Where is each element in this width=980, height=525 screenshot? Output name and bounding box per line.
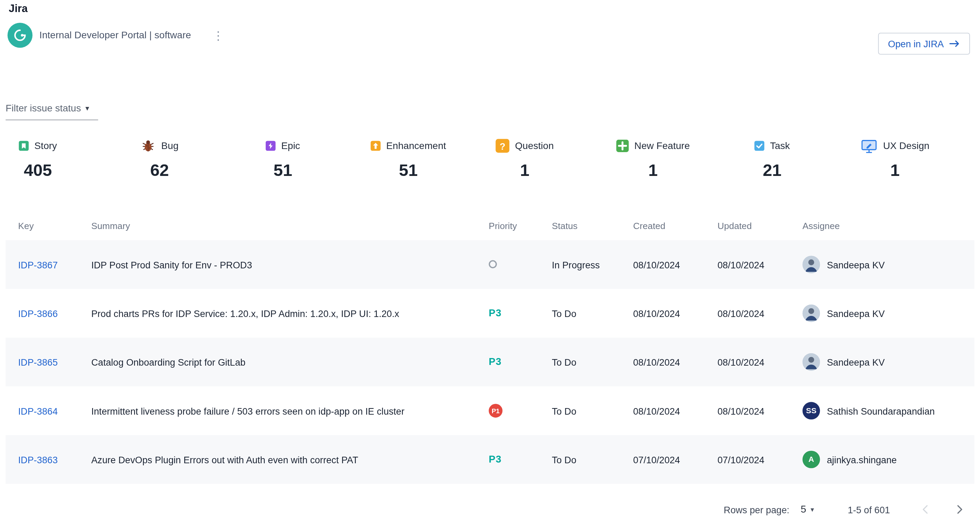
priority-cell: P3 — [488, 356, 552, 368]
page-title: Jira — [9, 3, 980, 15]
rows-per-page-select[interactable]: 5 ▾ — [800, 504, 814, 515]
stat-count: 405 — [24, 161, 52, 180]
chevron-down-icon: ▾ — [811, 505, 814, 514]
stat-count: 1 — [890, 161, 900, 180]
avatar: SS — [803, 402, 820, 419]
col-priority: Priority — [488, 221, 552, 231]
priority-p3-icon: P3 — [488, 356, 501, 367]
priority-cell: P1 — [488, 404, 552, 418]
issue-status: To Do — [552, 454, 633, 465]
kebab-menu-button[interactable]: ⋮ — [208, 27, 228, 44]
issue-created: 08/10/2024 — [633, 357, 718, 367]
new-feature-icon — [616, 140, 629, 152]
assignee-cell: Sandeepa KV — [803, 305, 974, 322]
table-header: Key Summary Priority Status Created Upda… — [6, 211, 974, 240]
issue-key-link[interactable]: IDP-3867 — [18, 259, 91, 270]
priority-p3-icon: P3 — [488, 308, 501, 318]
project-logo-icon — [8, 23, 32, 48]
stat-bug: Bug 62 — [141, 136, 266, 181]
priority-p3-icon: P3 — [488, 454, 501, 465]
issue-updated: 08/10/2024 — [718, 405, 802, 416]
jira-plugin-page: Jira Internal Developer Portal | softwar… — [0, 3, 980, 525]
stat-epic: Epic 51 — [266, 136, 371, 181]
open-in-jira-label: Open in JIRA — [888, 38, 944, 49]
open-in-jira-button[interactable]: Open in JIRA — [878, 33, 970, 54]
next-page-button[interactable] — [950, 500, 969, 519]
pagination-range: 1-5 of 601 — [848, 504, 890, 515]
table-pagination: Rows per page: 5 ▾ 1-5 of 601 — [0, 500, 980, 519]
table-row: IDP-3863 Azure DevOps Plugin Errors out … — [6, 435, 974, 484]
assignee-name: Sathish Soundarapandian — [827, 405, 935, 416]
task-icon — [754, 141, 764, 151]
priority-cell — [488, 259, 552, 270]
issue-key-link[interactable]: IDP-3864 — [18, 405, 91, 416]
stat-label: Task — [770, 140, 790, 151]
col-status: Status — [552, 221, 633, 231]
avatar — [803, 256, 820, 274]
stat-task: Task 21 — [754, 136, 861, 181]
previous-page-button[interactable] — [916, 500, 935, 519]
issue-updated: 08/10/2024 — [718, 259, 802, 270]
stat-label: UX Design — [883, 140, 929, 151]
assignee-name: Sandeepa KV — [827, 308, 885, 319]
priority-medium-icon — [488, 260, 497, 268]
table-row: IDP-3865 Catalog Onboarding Script for G… — [6, 338, 974, 386]
stat-count: 62 — [150, 161, 169, 180]
table-row: IDP-3864 Intermittent liveness probe fai… — [6, 386, 974, 435]
enhancement-icon — [371, 141, 380, 151]
issues-table: Key Summary Priority Status Created Upda… — [6, 211, 974, 484]
issue-created: 08/10/2024 — [633, 405, 718, 416]
avatar — [803, 353, 820, 371]
assignee-name: ajinkya.shingane — [827, 454, 896, 465]
issue-summary: IDP Post Prod Sanity for Env - PROD3 — [91, 259, 488, 270]
issue-updated: 07/10/2024 — [718, 454, 802, 465]
issue-key-link[interactable]: IDP-3866 — [18, 308, 91, 319]
filter-issue-status-dropdown[interactable]: Filter issue status ▾ — [6, 103, 98, 121]
stat-count: 21 — [763, 161, 781, 180]
col-key: Key — [18, 221, 91, 231]
col-updated: Updated — [718, 221, 802, 231]
stat-count: 1 — [520, 161, 529, 180]
issue-updated: 08/10/2024 — [718, 308, 802, 319]
stat-count: 1 — [648, 161, 658, 180]
issue-key-link[interactable]: IDP-3865 — [18, 357, 91, 367]
project-name: Internal Developer Portal | software — [39, 30, 191, 41]
priority-cell: P3 — [488, 454, 552, 465]
assignee-cell: Sandeepa KV — [803, 353, 974, 371]
table-row: IDP-3867 IDP Post Prod Sanity for Env - … — [6, 240, 974, 289]
assignee-name: Sandeepa KV — [827, 259, 885, 270]
issue-summary: Prod charts PRs for IDP Service: 1.20.x,… — [91, 308, 488, 319]
priority-p1-icon: P1 — [488, 404, 503, 418]
col-assignee: Assignee — [803, 221, 974, 231]
issue-created: 08/10/2024 — [633, 308, 718, 319]
issue-created: 07/10/2024 — [633, 454, 718, 465]
stat-question: ? Question 1 — [496, 136, 616, 181]
avatar — [803, 305, 820, 322]
chevron-down-icon: ▾ — [85, 104, 89, 113]
question-icon: ? — [496, 139, 509, 153]
stat-new-feature: New Feature 1 — [616, 136, 754, 181]
arrow-right-icon — [949, 40, 960, 48]
project-header: Internal Developer Portal | software ⋮ — [8, 23, 980, 48]
stat-count: 51 — [399, 161, 418, 180]
stat-story: Story 405 — [19, 136, 140, 181]
story-icon — [19, 141, 29, 151]
assignee-name: Sandeepa KV — [827, 357, 885, 367]
stat-label: Enhancement — [386, 140, 446, 151]
bug-icon — [141, 138, 156, 153]
stat-enhancement: Enhancement 51 — [371, 136, 496, 181]
issue-key-link[interactable]: IDP-3863 — [18, 454, 91, 465]
issue-created: 08/10/2024 — [633, 259, 718, 270]
priority-cell: P3 — [488, 308, 552, 319]
assignee-cell: Sandeepa KV — [803, 256, 974, 274]
stat-label: Story — [35, 140, 57, 151]
stat-ux-design: UX Design 1 — [861, 136, 973, 181]
issue-status: To Do — [552, 357, 633, 367]
issue-status: To Do — [552, 308, 633, 319]
issue-summary: Intermittent liveness probe failure / 50… — [91, 405, 488, 416]
issue-status: In Progress — [552, 259, 633, 270]
epic-icon — [266, 141, 276, 151]
stat-label: New Feature — [634, 140, 690, 151]
stat-label: Bug — [161, 140, 178, 151]
stat-label: Question — [515, 140, 554, 151]
